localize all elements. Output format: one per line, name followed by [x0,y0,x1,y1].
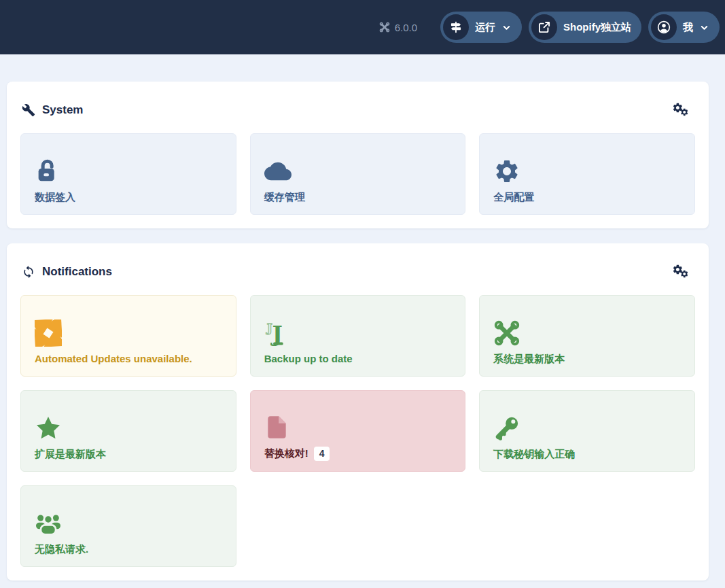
card-label: 全局配置 [493,191,534,204]
card-label: Backup up to date [264,353,353,366]
card-system-up-to-date[interactable]: 系统是最新版本 [479,295,695,377]
chevron-down-icon [699,22,709,33]
count-badge: 4 [314,447,330,462]
card-extensions-current[interactable]: 扩展是最新版本 [20,390,236,472]
file-icon [264,413,291,440]
svg-text:J: J [266,321,272,334]
cloud-icon [264,158,291,185]
card-override-check[interactable]: 替换核对! 4 [250,390,466,472]
key-icon [493,415,520,442]
card-backup[interactable]: JJ Backup up to date [250,295,466,377]
cogs-icon [672,264,691,280]
card-label: 替换核对! [264,447,308,460]
card-label: 系统是最新版本 [493,353,565,366]
card-label: 无隐私请求. [35,543,88,556]
admin-topbar: 6.0.0 运行 Shopify独立站 我 [0,0,725,54]
backup-icon: JJ [264,319,291,347]
panel-header: Notifications [7,243,709,295]
signpost-icon [449,20,463,34]
card-privacy-requests[interactable]: 无隐私请求. [20,485,236,567]
external-link-icon [537,20,551,34]
panel-header: System [7,82,709,133]
notifications-panel: Notifications Automated Updates unavaila… [7,243,709,581]
users-icon [35,510,62,537]
star-icon [35,415,62,442]
panel-options-button[interactable] [671,101,692,120]
chevron-down-icon [501,22,512,33]
cogs-icon [672,102,691,118]
card-label: 缓存管理 [264,191,305,204]
version-indicator: 6.0.0 [379,22,417,33]
card-label: Automated Updates unavailable. [35,353,192,366]
unlock-icon [35,158,62,185]
card-cache[interactable]: 缓存管理 [250,133,466,215]
panel-options-button[interactable] [671,262,692,281]
card-label: 扩展是最新版本 [35,448,106,461]
card-automated-updates[interactable]: Automated Updates unavailable. [20,295,236,377]
sync-icon [22,265,35,279]
card-check-in[interactable]: 数据签入 [20,133,236,215]
dashboard-content: System 数据签入 缓存管理 全局配置 Notifications [7,82,709,581]
card-label: 下载秘钥输入正确 [493,448,575,461]
card-grid: Automated Updates unavailable. JJ Backup… [7,295,709,581]
card-label: 数据签入 [35,191,75,204]
card-global-config[interactable]: 全局配置 [479,133,695,215]
site-link-button[interactable]: Shopify独立站 [529,12,641,43]
gear-icon [493,158,520,185]
run-menu-button[interactable]: 运行 [440,12,522,43]
panel-title: System [22,103,83,117]
loop-icon [35,319,62,347]
joomla-icon [379,22,390,33]
user-circle-icon [657,20,671,34]
system-panel: System 数据签入 缓存管理 全局配置 [7,82,709,228]
user-menu-button[interactable]: 我 [648,12,720,43]
joomla-icon [493,319,520,347]
card-grid: 数据签入 缓存管理 全局配置 [7,133,709,228]
card-download-key[interactable]: 下载秘钥输入正确 [479,390,695,472]
panel-title: Notifications [22,265,112,279]
wrench-icon [22,103,35,117]
version-label: 6.0.0 [395,22,417,33]
